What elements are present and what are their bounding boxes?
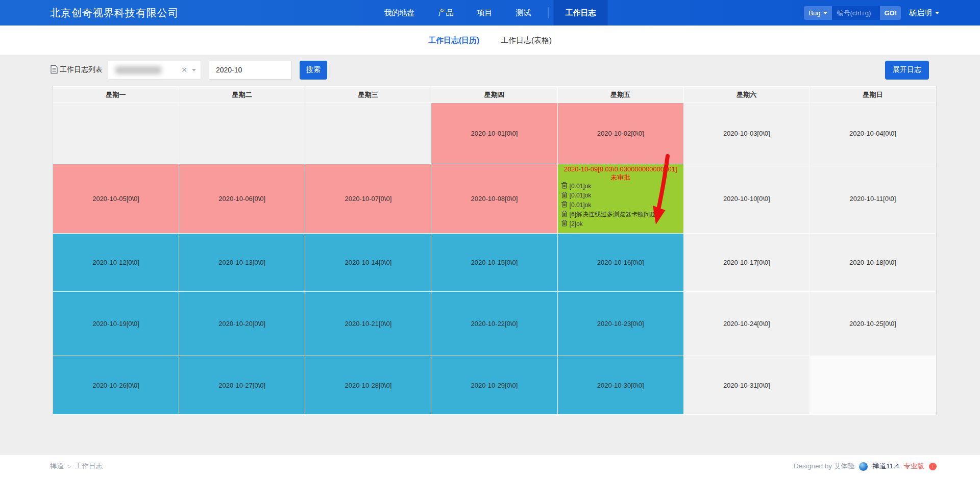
calendar-cell-2020-10-20[interactable]: 2020-10-20[0\0] — [179, 292, 305, 356]
calendar-cell-2020-10-09[interactable]: 2020-10-09[8.03\0.030000000000001]未审批[0.… — [558, 164, 683, 233]
calendar-cell-2020-10-04[interactable]: 2020-10-04[0\0] — [810, 103, 936, 164]
calendar-cell-2020-10-08[interactable]: 2020-10-08[0\0] — [431, 164, 557, 233]
calendar-cell-2020-10-22[interactable]: 2020-10-22[0\0] — [431, 292, 557, 356]
calendar-cell-2020-10-16[interactable]: 2020-10-16[0\0] — [558, 234, 683, 291]
calendar-cell-2020-10-07[interactable]: 2020-10-07[0\0] — [305, 164, 431, 233]
calendar-cell-2020-10-17[interactable]: 2020-10-17[0\0] — [684, 234, 810, 291]
date-label: 2020-10-06[0\0] — [218, 195, 265, 203]
trash-icon[interactable] — [561, 200, 568, 210]
search-button[interactable]: 搜索 — [300, 61, 327, 80]
date-label: 2020-10-16[0\0] — [597, 259, 644, 266]
censored-value — [115, 66, 161, 74]
date-label: 2020-10-03[0\0] — [723, 130, 770, 137]
date-label: 2020-10-08[0\0] — [471, 195, 518, 203]
caret-down-icon[interactable] — [192, 69, 196, 71]
user-filter-select[interactable]: ✕ — [108, 61, 201, 80]
calendar-row: 2020-10-01[0\0]2020-10-02[0\0]2020-10-03… — [53, 103, 936, 164]
calendar-cell-2020-10-01[interactable]: 2020-10-01[0\0] — [431, 103, 557, 164]
calendar-cell-2020-10-10[interactable]: 2020-10-10[0\0] — [684, 164, 810, 233]
navbar-right: Bug GO! 杨启明 — [804, 0, 939, 26]
calendar-header-row: 星期一星期二星期三星期四星期五星期六星期日 — [53, 87, 936, 103]
designed-by[interactable]: Designed by 艾体验 — [794, 462, 854, 471]
date-label: 2020-10-02[0\0] — [597, 130, 644, 137]
calendar-cell-2020-10-25[interactable]: 2020-10-25[0\0] — [810, 292, 936, 356]
company-brand[interactable]: 北京创奇视界科技有限公司 — [50, 6, 179, 20]
calendar-cell-2020-10-31[interactable]: 2020-10-31[0\0] — [684, 356, 810, 414]
calendar-cell-2020-10-18[interactable]: 2020-10-18[0\0] — [810, 234, 936, 291]
log-entry[interactable]: [0.01]ok — [559, 191, 682, 201]
calendar-cell-2020-10-27[interactable]: 2020-10-27[0\0] — [179, 356, 305, 414]
quick-search-input[interactable] — [832, 6, 880, 20]
calendar-cell-2020-10-15[interactable]: 2020-10-15[0\0] — [431, 234, 557, 291]
calendar-cell-2020-10-14[interactable]: 2020-10-14[0\0] — [305, 234, 431, 291]
worklog-list-label: 工作日志列表 — [50, 65, 103, 76]
date-label: 2020-10-14[0\0] — [345, 259, 391, 266]
clear-icon[interactable]: ✕ — [181, 66, 187, 73]
nav-item-我的地盘[interactable]: 我的地盘 — [373, 0, 427, 26]
calendar-cell-2020-10-05[interactable]: 2020-10-05[0\0] — [53, 164, 179, 233]
calendar-cell-2020-10-13[interactable]: 2020-10-13[0\0] — [179, 234, 305, 291]
calendar-cell-2020-10-24[interactable]: 2020-10-24[0\0] — [684, 292, 810, 356]
date-label: 2020-10-22[0\0] — [471, 320, 518, 328]
nav-item-测试[interactable]: 测试 — [504, 0, 543, 26]
trash-icon[interactable] — [561, 182, 568, 191]
day-log-summary: 2020-10-09[8.03\0.030000000000001] — [559, 165, 682, 173]
calendar-header-星期四: 星期四 — [431, 87, 557, 103]
calendar-cell-2020-10-23[interactable]: 2020-10-23[0\0] — [558, 292, 683, 356]
calendar-cell-2020-10-29[interactable]: 2020-10-29[0\0] — [431, 356, 557, 414]
log-entry[interactable]: [6]解决连线过多浏览器卡顿问题 — [559, 210, 682, 220]
date-label: 2020-10-11[0\0] — [850, 195, 896, 203]
date-label: 2020-10-30[0\0] — [597, 382, 644, 389]
calendar-cell-2020-10-19[interactable]: 2020-10-19[0\0] — [53, 292, 179, 356]
log-entry[interactable]: [0.01]ok — [559, 182, 682, 191]
footer: 禅道 > 工作日志 Designed by 艾体验 禅道11.4 专业版 ↑ — [0, 454, 980, 478]
date-label: 2020-10-19[0\0] — [92, 320, 139, 328]
log-entry[interactable]: [2]ok — [559, 219, 682, 229]
approval-status: 未审批 — [559, 173, 682, 182]
month-input[interactable] — [209, 61, 292, 80]
nav-item-工作日志[interactable]: 工作日志 — [554, 0, 608, 26]
quick-search-module-select[interactable]: Bug — [804, 6, 832, 20]
trash-icon[interactable] — [561, 219, 568, 229]
date-label: 2020-10-21[0\0] — [345, 320, 391, 328]
edition-label[interactable]: 专业版 — [904, 462, 925, 471]
go-button[interactable]: GO! — [880, 6, 901, 20]
nav-menu: 我的地盘产品项目测试工作日志 — [373, 0, 608, 26]
trash-icon[interactable] — [561, 210, 568, 220]
calendar-header-星期三: 星期三 — [305, 87, 431, 103]
upgrade-icon[interactable]: ↑ — [929, 463, 937, 470]
expand-logs-button[interactable]: 展开日志 — [885, 61, 929, 80]
quick-search: Bug GO! — [804, 6, 901, 20]
calendar-header-星期五: 星期五 — [558, 87, 683, 103]
date-label: 2020-10-10[0\0] — [723, 195, 770, 203]
calendar-cell-2020-10-26[interactable]: 2020-10-26[0\0] — [53, 356, 179, 414]
calendar-cell-2020-10-21[interactable]: 2020-10-21[0\0] — [305, 292, 431, 356]
calendar-cell-2020-10-30[interactable]: 2020-10-30[0\0] — [558, 356, 683, 414]
trash-icon[interactable] — [561, 191, 568, 201]
calendar-cell-2020-10-06[interactable]: 2020-10-06[0\0] — [179, 164, 305, 233]
log-entry-text: [0.01]ok — [570, 183, 592, 191]
calendar-cell-2020-10-02[interactable]: 2020-10-02[0\0] — [558, 103, 683, 164]
date-label: 2020-10-15[0\0] — [471, 259, 518, 266]
calendar-row: 2020-10-05[0\0]2020-10-06[0\0]2020-10-07… — [53, 164, 936, 233]
tab-工作日志(日历)[interactable]: 工作日志(日历) — [421, 32, 486, 49]
date-label: 2020-10-07[0\0] — [345, 195, 391, 203]
tab-工作日志(表格)[interactable]: 工作日志(表格) — [494, 32, 559, 49]
calendar-cell-empty — [53, 103, 179, 164]
user-menu[interactable]: 杨启明 — [909, 8, 939, 18]
calendar-row: 2020-10-12[0\0]2020-10-13[0\0]2020-10-14… — [53, 234, 936, 291]
nav-item-产品[interactable]: 产品 — [427, 0, 465, 26]
breadcrumb-separator: > — [67, 463, 71, 470]
date-label: 2020-10-01[0\0] — [471, 130, 518, 137]
log-entry[interactable]: [0.01]ok — [559, 200, 682, 210]
calendar-cell-2020-10-12[interactable]: 2020-10-12[0\0] — [53, 234, 179, 291]
calendar-cell-2020-10-11[interactable]: 2020-10-11[0\0] — [810, 164, 936, 233]
breadcrumb-home[interactable]: 禅道 — [50, 462, 64, 471]
calendar-row: 2020-10-19[0\0]2020-10-20[0\0]2020-10-21… — [53, 292, 936, 356]
date-label: 2020-10-13[0\0] — [218, 259, 265, 266]
date-label: 2020-10-05[0\0] — [92, 195, 139, 203]
calendar-cell-2020-10-28[interactable]: 2020-10-28[0\0] — [305, 356, 431, 414]
calendar-cell-2020-10-03[interactable]: 2020-10-03[0\0] — [684, 103, 810, 164]
version-label[interactable]: 禅道11.4 — [872, 462, 899, 471]
nav-item-项目[interactable]: 项目 — [465, 0, 504, 26]
